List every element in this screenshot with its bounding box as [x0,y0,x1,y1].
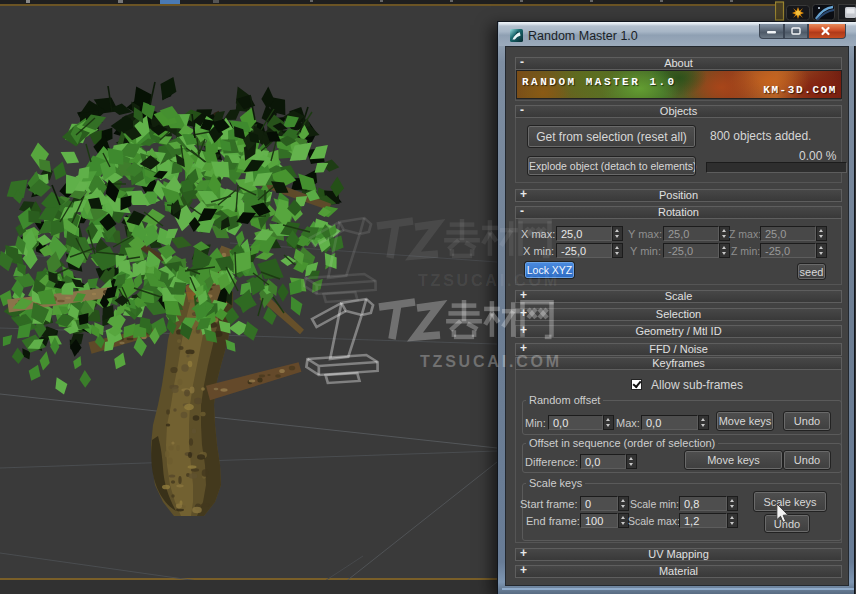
svg-text:TZSUCAI.COM: TZSUCAI.COM [418,272,560,289]
svg-text:TZSUCAI.COM: TZSUCAI.COM [420,353,562,370]
